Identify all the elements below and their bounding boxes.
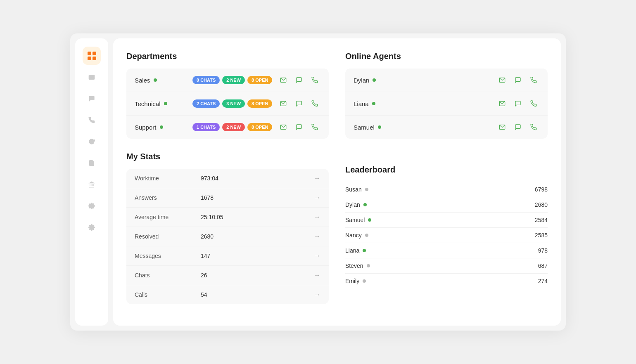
dept-name-technical: Technical — [135, 100, 192, 107]
stat-label-calls: Calls — [135, 291, 201, 298]
dept-mail-support[interactable] — [278, 121, 289, 133]
reports-icon — [88, 160, 95, 166]
agent-name-dylan: Dylan — [354, 77, 492, 84]
sidebar-item-mail[interactable] — [83, 68, 101, 86]
stat-label-chats: Chats — [135, 272, 201, 279]
agent-mail-dylan[interactable] — [496, 74, 508, 86]
lb-row-emily: Emily 274 — [345, 274, 548, 288]
sidebar-item-phone[interactable] — [83, 111, 101, 129]
agent-chat-dylan[interactable] — [512, 74, 524, 86]
departments-card: Sales 0 CHATS 2 NEW 8 OPEN — [126, 69, 329, 139]
bottom-row: My Stats Worktime 973:04 → Answers 1678 … — [126, 152, 548, 304]
lb-name-dylan: Dylan — [345, 201, 535, 208]
leaderboard-list: Susan 6798 Dylan 2680 — [345, 182, 548, 288]
dept-badges-support: 1 CHATS 2 NEW 8 OPEN — [192, 123, 273, 131]
phone-icon — [88, 117, 95, 123]
badge-new-technical: 3 NEW — [222, 99, 245, 108]
sidebar-item-settings1[interactable] — [83, 197, 101, 215]
sidebar — [75, 38, 108, 326]
agent-actions-dylan — [496, 74, 539, 86]
stat-row-chats: Chats 26 → — [126, 266, 329, 285]
stat-label-avgtime: Average time — [135, 214, 201, 220]
agent-status-dylan — [373, 78, 376, 82]
stat-label-resolved: Resolved — [135, 233, 201, 240]
stat-arrow-avgtime[interactable]: → — [314, 213, 320, 221]
stat-row-calls: Calls 54 → — [126, 285, 329, 304]
stat-value-chats: 26 — [201, 272, 314, 279]
agent-row-samuel: Samuel — [345, 116, 548, 139]
sidebar-item-chat[interactable] — [83, 90, 101, 108]
agent-mail-liana[interactable] — [496, 98, 508, 109]
dept-status-support — [160, 125, 163, 129]
svg-marker-8 — [90, 182, 94, 183]
stat-arrow-messages[interactable]: → — [314, 252, 320, 260]
lb-name-susan: Susan — [345, 186, 535, 193]
online-agents-card: Dylan — [345, 69, 548, 139]
sidebar-item-bank[interactable] — [83, 175, 101, 194]
agent-actions-samuel — [496, 121, 539, 133]
agent-phone-liana[interactable] — [528, 98, 539, 109]
dept-phone-support[interactable] — [309, 121, 320, 133]
online-agents-title: Online Agents — [345, 52, 548, 61]
stat-value-resolved: 2680 — [201, 233, 314, 240]
lb-status-susan — [365, 188, 368, 191]
grid-icon — [88, 52, 96, 60]
stat-label-answers: Answers — [135, 194, 201, 201]
lb-name-emily: Emily — [345, 278, 538, 284]
stat-row-resolved: Resolved 2680 → — [126, 227, 329, 246]
stat-arrow-chats[interactable]: → — [314, 272, 320, 279]
dept-chat-technical[interactable] — [293, 98, 305, 109]
dept-badges-sales: 0 CHATS 2 NEW 8 OPEN — [192, 76, 273, 84]
lb-status-emily — [363, 279, 366, 283]
dept-phone-technical[interactable] — [309, 98, 320, 109]
lb-row-samuel: Samuel 2584 — [345, 213, 548, 228]
agent-phone-dylan[interactable] — [528, 74, 539, 86]
stat-arrow-answers[interactable]: → — [314, 194, 320, 201]
badge-chats-technical: 2 CHATS — [192, 99, 220, 108]
dept-chat-sales[interactable] — [293, 74, 305, 86]
sidebar-item-reports[interactable] — [83, 154, 101, 172]
sidebar-item-settings2[interactable] — [83, 218, 101, 236]
dept-row-sales: Sales 0 CHATS 2 NEW 8 OPEN — [126, 69, 329, 92]
stat-arrow-worktime[interactable]: → — [314, 175, 320, 182]
dept-actions-sales — [278, 74, 320, 86]
lb-status-liana — [363, 249, 366, 252]
refresh-icon — [88, 138, 95, 145]
dept-chat-support[interactable] — [293, 121, 305, 133]
dept-badges-technical: 2 CHATS 3 NEW 8 OPEN — [192, 99, 273, 108]
stat-value-calls: 54 — [201, 291, 314, 298]
agent-chat-samuel[interactable] — [512, 121, 524, 133]
sidebar-item-dashboard[interactable] — [83, 47, 101, 65]
agent-chat-liana[interactable] — [512, 98, 524, 109]
stat-row-worktime: Worktime 973:04 → — [126, 169, 329, 188]
stat-row-answers: Answers 1678 → — [126, 188, 329, 208]
top-row: Departments Sales 0 CHATS 2 NEW 8 OPEN — [126, 52, 548, 139]
online-agents-section: Online Agents Dylan — [345, 52, 548, 139]
stat-arrow-resolved[interactable]: → — [314, 233, 320, 240]
dept-mail-sales[interactable] — [278, 74, 289, 86]
agent-phone-samuel[interactable] — [528, 121, 539, 133]
badge-chats-sales: 0 CHATS — [192, 76, 220, 84]
agent-name-liana: Liana — [354, 100, 492, 107]
agent-name-samuel: Samuel — [354, 124, 492, 131]
agent-row-liana: Liana — [345, 92, 548, 116]
stat-arrow-calls[interactable]: → — [314, 291, 320, 298]
sidebar-item-refresh[interactable] — [83, 132, 101, 151]
badge-open-technical: 8 OPEN — [247, 99, 272, 108]
stat-value-messages: 147 — [201, 253, 314, 259]
dept-mail-technical[interactable] — [278, 98, 289, 109]
dept-phone-sales[interactable] — [309, 74, 320, 86]
mail-icon — [88, 74, 95, 80]
lb-status-nancy — [365, 234, 368, 237]
agent-mail-samuel[interactable] — [496, 121, 508, 133]
lb-score-emily: 274 — [538, 278, 548, 284]
departments-title: Departments — [126, 52, 329, 61]
leaderboard-title: Leaderboard — [345, 165, 548, 175]
lb-name-liana: Liana — [345, 247, 538, 254]
bank-icon — [88, 181, 95, 188]
stat-label-messages: Messages — [135, 253, 201, 259]
stat-row-messages: Messages 147 → — [126, 246, 329, 266]
my-stats-title: My Stats — [126, 152, 329, 161]
dept-actions-support — [278, 121, 320, 133]
stats-card: Worktime 973:04 → Answers 1678 → Average… — [126, 169, 329, 304]
